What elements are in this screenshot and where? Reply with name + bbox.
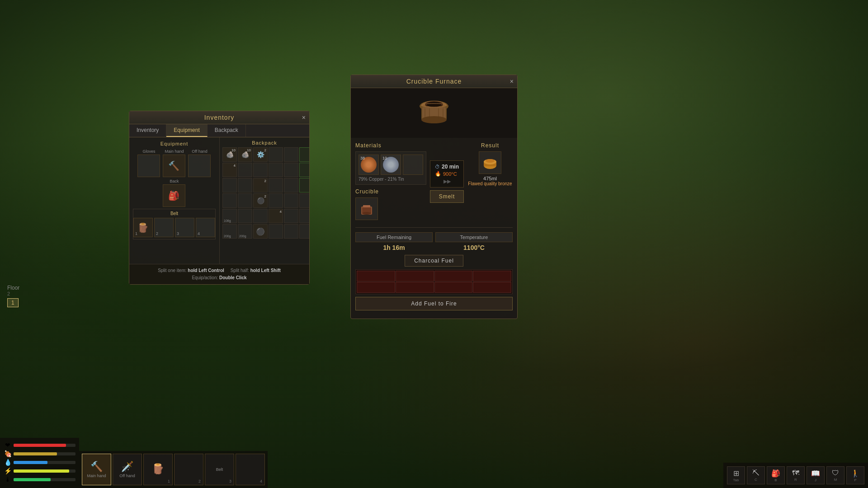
- backpack-cell-20[interactable]: [238, 193, 252, 208]
- tab-equipment[interactable]: Equipment: [166, 124, 207, 137]
- add-fuel-button[interactable]: Add Fuel to Fire: [355, 297, 513, 310]
- hud-icon-p[interactable]: 🚶 P: [846, 466, 864, 484]
- backpack-cell-30[interactable]: [299, 209, 309, 223]
- charcoal-cell-6[interactable]: [396, 282, 434, 293]
- belt-section-title: Belt: [135, 211, 213, 216]
- hud-icon-j[interactable]: 📖 J: [807, 466, 825, 484]
- health-bar: [14, 444, 66, 447]
- backpack-cell-25[interactable]: 108g: [222, 209, 237, 223]
- backpack-cell-15[interactable]: 2: [253, 178, 268, 192]
- equipment-section-title: Equipment: [133, 141, 216, 146]
- backpack-cell-34[interactable]: [269, 224, 283, 239]
- backpack-cell-19[interactable]: [222, 193, 237, 208]
- hotbar-slot-belt[interactable]: Belt 3: [205, 454, 234, 485]
- material-pct-text: 79% Copper - 21% Tin: [359, 177, 423, 182]
- tab-backpack[interactable]: Backpack: [208, 124, 246, 137]
- smelt-button[interactable]: Smelt: [430, 190, 464, 203]
- backpack-cell-4[interactable]: [269, 147, 283, 162]
- floor-1-button[interactable]: 1: [7, 298, 19, 307]
- health-bar-bg: [14, 444, 75, 447]
- backpack-cell-13[interactable]: [222, 178, 237, 192]
- belt-slot-box-3[interactable]: 3: [175, 218, 194, 237]
- hud-icon-r[interactable]: 🗺 R: [787, 466, 805, 484]
- cell-2-count: 10: [247, 148, 251, 152]
- backpack-cell-26[interactable]: [238, 209, 252, 223]
- back-slot-box[interactable]: 🎒: [163, 184, 185, 207]
- backpack-cell-32[interactable]: 200g: [238, 224, 252, 239]
- belt-slot-box-4[interactable]: 4: [196, 218, 215, 237]
- hotbar-slot-off-hand[interactable]: 🗡️ Off hand: [113, 454, 142, 485]
- food-icon: 🍖: [4, 450, 12, 457]
- charcoal-cell-3[interactable]: [434, 271, 473, 282]
- backpack-cell-18[interactable]: [299, 178, 309, 192]
- inventory-statusbar: Split one item: hold Left Control Split …: [129, 264, 309, 284]
- charcoal-cell-2[interactable]: [396, 271, 434, 282]
- charcoal-cell-4[interactable]: [473, 271, 511, 282]
- backpack-cell-5[interactable]: [284, 147, 298, 162]
- belt-slot-box-2[interactable]: 2: [154, 218, 174, 237]
- m-icon-symbol: 🛡: [832, 469, 839, 477]
- backpack-cell-6[interactable]: [299, 147, 309, 162]
- furnace-close-button[interactable]: ×: [510, 78, 514, 84]
- main-hand-item-icon: 🔨: [168, 160, 179, 171]
- backpack-cell-11[interactable]: [284, 163, 298, 177]
- backpack-cell-7[interactable]: 4: [222, 163, 237, 177]
- cell-15-count: 2: [264, 179, 266, 183]
- split-half-key: hold Left Shift: [250, 268, 281, 273]
- hotbar-slot-1[interactable]: 🪵 1: [143, 454, 173, 485]
- crucible-header: Crucible: [355, 188, 426, 195]
- backpack-cell-33[interactable]: ⚫: [253, 224, 268, 239]
- hotbar-slot-main-hand[interactable]: 🔨 Main hand: [82, 454, 111, 485]
- hotbar-slot-2[interactable]: 2: [174, 454, 203, 485]
- belt-slot-box-1[interactable]: 🪵 1: [133, 218, 153, 237]
- material-slot-3[interactable]: [403, 155, 423, 175]
- tab-inventory[interactable]: Inventory: [129, 124, 166, 137]
- backpack-cell-21[interactable]: ⚫ 2: [253, 193, 268, 208]
- hud-icon-b[interactable]: 🎒 B: [767, 466, 785, 484]
- charcoal-cell-8[interactable]: [473, 282, 511, 293]
- hud-icon-c[interactable]: ⛏ C: [747, 466, 765, 484]
- backpack-cell-22[interactable]: [269, 193, 283, 208]
- crucible-slot[interactable]: [355, 197, 378, 220]
- backpack-cell-28[interactable]: 4: [269, 209, 283, 223]
- belt-section: Belt 🪵 1 2 3: [133, 209, 216, 239]
- backpack-cell-31[interactable]: 200g: [222, 224, 237, 239]
- main-hand-slot-box[interactable]: 🔨: [163, 155, 185, 177]
- charcoal-cell-1[interactable]: [357, 271, 395, 282]
- stats-panel: ❤ 🍖 💧 ⚡ 🌡: [0, 438, 79, 488]
- backpack-cell-1[interactable]: 🪨 10: [222, 147, 237, 162]
- charcoal-cell-7[interactable]: [434, 282, 473, 293]
- material-slot-1[interactable]: 38: [359, 155, 379, 175]
- belt-slot-4: 4: [196, 218, 215, 237]
- backpack-cell-23[interactable]: [284, 193, 298, 208]
- off-hand-slot-box[interactable]: [188, 155, 211, 177]
- hud-icon-m[interactable]: 🛡 M: [826, 466, 844, 484]
- m-icon-key: M: [834, 478, 837, 482]
- back-item-icon: 🎒: [168, 190, 179, 201]
- backpack-cell-17[interactable]: [284, 178, 298, 192]
- backpack-cell-3[interactable]: ⚙️ 2: [253, 147, 268, 162]
- hotbar-slot-4[interactable]: 4: [236, 454, 265, 485]
- backpack-cell-8[interactable]: [238, 163, 252, 177]
- cell-25-weight: 108g: [224, 219, 231, 222]
- hud-icon-tab[interactable]: ⊞ Tab: [727, 466, 745, 484]
- furnace-title: Crucible Furnace: [406, 78, 462, 85]
- backpack-cell-35[interactable]: [284, 224, 298, 239]
- backpack-cell-29[interactable]: [284, 209, 298, 223]
- backpack-cell-24[interactable]: [299, 193, 309, 208]
- backpack-cell-12[interactable]: [299, 163, 309, 177]
- clock-icon: ⏱: [435, 164, 440, 169]
- backpack-cell-10[interactable]: [269, 163, 283, 177]
- charcoal-cell-5[interactable]: [357, 282, 395, 293]
- inventory-close-button[interactable]: ×: [302, 114, 306, 121]
- backpack-cell-16[interactable]: [269, 178, 283, 192]
- gloves-slot-box[interactable]: [137, 155, 160, 177]
- backpack-cell-36[interactable]: [299, 224, 309, 239]
- backpack-cell-2[interactable]: 🪨 10: [238, 147, 252, 162]
- svg-point-19: [486, 159, 495, 163]
- backpack-cell-14[interactable]: [238, 178, 252, 192]
- temp-bar: [14, 478, 51, 481]
- backpack-cell-27[interactable]: [253, 209, 268, 223]
- material-slot-2[interactable]: 10: [381, 155, 401, 175]
- backpack-cell-9[interactable]: [253, 163, 268, 177]
